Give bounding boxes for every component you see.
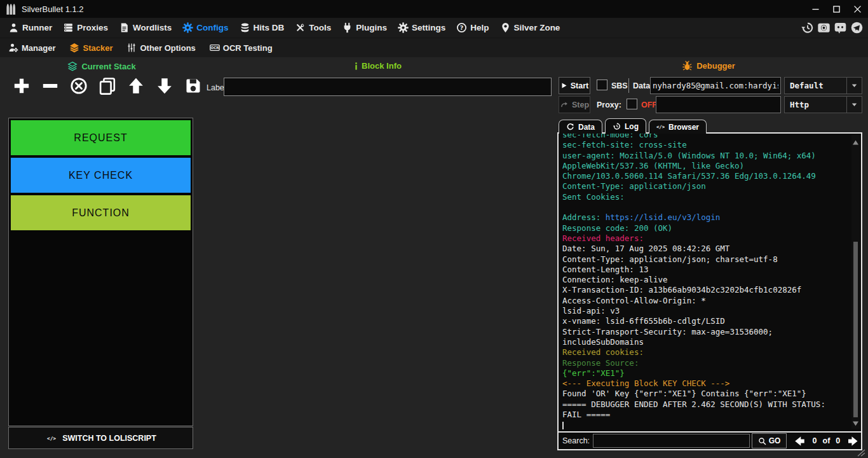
stack-panel: REQUESTKEY CHECKFUNCTION [8, 118, 193, 426]
proxy-checkbox[interactable] [627, 99, 637, 109]
log-line: Chrome/103.0.5060.114 Safari/537.36 Edg/… [562, 171, 847, 181]
submenu-item-label: Manager [22, 43, 55, 53]
person-icon [8, 22, 19, 33]
screenshot-icon[interactable] [817, 21, 831, 34]
move-down-button[interactable] [155, 76, 173, 95]
menu-item-label: Proxies [77, 23, 108, 32]
step-button[interactable]: Step [559, 96, 590, 113]
tab-log[interactable]: Log [605, 118, 646, 134]
match-total: 0 [836, 436, 840, 445]
chevron-down-icon [850, 101, 858, 109]
sbs-checkbox[interactable] [597, 80, 607, 90]
menu-item-plugins[interactable]: Plugins [342, 22, 387, 33]
menu-item-wordlists[interactable]: Wordlists [119, 22, 172, 33]
debugger-tabs: DataLog</>Browser [559, 118, 707, 134]
telegram-icon[interactable] [850, 21, 864, 34]
debug-data-input[interactable] [650, 77, 781, 94]
question-icon: ? [456, 22, 467, 33]
menu-item-tools[interactable]: Tools [295, 22, 331, 33]
tab-label: Log [625, 122, 639, 131]
log-line: sec-fetch-mode: cors [562, 134, 847, 140]
main-area: Current Stack Label: REQUESTKEY CHECKFUN… [0, 57, 868, 458]
plug-icon [342, 22, 353, 33]
tab-data[interactable]: Data [559, 120, 602, 134]
menu-item-label: Tools [309, 23, 331, 32]
text-caret [562, 422, 564, 429]
menu-item-proxies[interactable]: Proxies [63, 22, 108, 33]
step-label: Step [572, 101, 589, 109]
proxy-type-dropdown[interactable]: Http [784, 96, 862, 113]
plus-icon [13, 77, 31, 95]
remove-block-button[interactable] [41, 76, 59, 95]
maximize-button[interactable] [826, 0, 847, 18]
scroll-down-icon[interactable] [853, 421, 858, 426]
log-line: x-vname: lsid-6ff655b6b-cdlgt/LSID [562, 316, 847, 326]
proxy-type-value: Http [790, 100, 809, 109]
current-stack-header: Current Stack [6, 61, 197, 71]
close-icon [854, 6, 861, 13]
start-button[interactable]: Start [559, 77, 590, 94]
search-go-button[interactable]: GO [752, 433, 786, 448]
next-match-button[interactable] [845, 435, 861, 447]
maximize-icon [833, 6, 840, 13]
tab-browser[interactable]: </>Browser [649, 120, 707, 134]
debugger-title: Debugger [696, 61, 735, 71]
match-counter: 0 of 0 [813, 436, 841, 445]
menu-item-label: Configs [196, 23, 228, 32]
log-line: user-agent: Mozilla/5.0 (Windows NT 10.0… [562, 151, 847, 161]
window-controls [805, 0, 868, 18]
history-icon[interactable] [801, 21, 814, 34]
submenu-items: ManagerStackerOther OptionsOCROCR Testin… [8, 43, 273, 53]
log-line: Content-Length: 13 [562, 265, 847, 275]
add-block-button[interactable] [12, 76, 31, 95]
wordlist-type-value: Default [790, 81, 824, 90]
configs-submenu-bar: ManagerStackerOther OptionsOCROCR Testin… [0, 38, 868, 57]
menu-item-help[interactable]: ?Help [456, 22, 489, 33]
svg-text:</>: </> [47, 436, 56, 441]
wordlist-type-dropdown[interactable]: Default [784, 77, 862, 94]
menu-item-runner[interactable]: Runner [8, 22, 52, 33]
minimize-button[interactable] [805, 0, 826, 18]
menu-item-silver-zone[interactable]: Silver Zone [500, 22, 560, 33]
clone-block-button[interactable] [98, 76, 116, 95]
stack-toolbar [12, 76, 202, 95]
minus-icon [41, 77, 59, 95]
layers-icon [69, 43, 79, 53]
search-caption: Search: [562, 436, 590, 445]
proxy-input[interactable] [656, 96, 781, 113]
match-current: 0 [813, 436, 817, 445]
save-stack-button[interactable] [184, 76, 202, 95]
stack-block-key-check[interactable]: KEY CHECK [11, 158, 191, 193]
menu-item-hits-db[interactable]: Hits DB [240, 22, 285, 33]
log-line: FAIL ===== [562, 410, 847, 420]
log-line: {"err":"XE1"} [562, 368, 847, 378]
search-input[interactable] [593, 434, 750, 448]
close-button[interactable] [847, 0, 868, 18]
proxy-status: OFF [641, 101, 657, 109]
scroll-up-icon[interactable] [853, 140, 858, 145]
submenu-item-other-options[interactable]: Other Options [126, 43, 195, 53]
book-icon [119, 22, 130, 33]
submenu-item-ocr-testing[interactable]: OCROCR Testing [210, 43, 273, 53]
submenu-item-manager[interactable]: Manager [8, 43, 55, 53]
menu-item-configs[interactable]: Configs [182, 22, 228, 33]
stack-block-function[interactable]: FUNCTION [11, 195, 191, 230]
circle-x-icon [70, 77, 88, 95]
info-icon [355, 62, 358, 71]
block-label-input[interactable] [224, 78, 552, 96]
log-scrollbar[interactable] [851, 135, 860, 429]
tools-icon [295, 22, 306, 33]
floppy-icon [184, 77, 202, 95]
switch-to-loliscript-button[interactable]: </> SWITCH TO LOLISCRIPT [8, 427, 193, 449]
move-up-button[interactable] [126, 76, 145, 95]
disable-block-button[interactable] [69, 76, 88, 95]
start-label: Start [571, 81, 588, 90]
stack-block-request[interactable]: REQUEST [11, 120, 191, 155]
stack-blocks: REQUESTKEY CHECKFUNCTION [11, 120, 191, 230]
discord-icon[interactable] [834, 21, 847, 34]
submenu-item-stacker[interactable]: Stacker [69, 43, 112, 53]
menu-item-settings[interactable]: Settings [398, 22, 445, 33]
database-icon [240, 22, 250, 33]
previous-match-button[interactable] [792, 435, 808, 447]
scrollbar-thumb[interactable] [853, 242, 858, 417]
